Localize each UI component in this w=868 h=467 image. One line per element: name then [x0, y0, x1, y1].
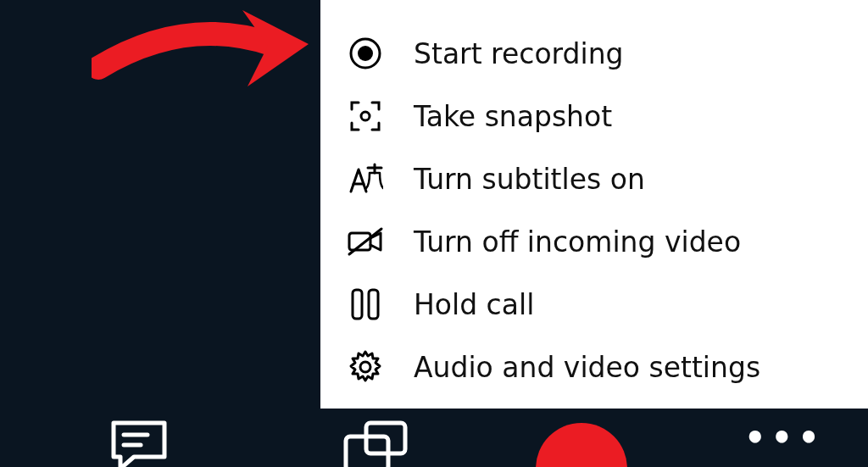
menu-item-turn-off-incoming-video[interactable]: Turn off incoming video [320, 210, 868, 273]
menu-item-turn-subtitles-on[interactable]: Turn subtitles on [320, 147, 868, 210]
menu-item-take-snapshot[interactable]: Take snapshot [320, 85, 868, 147]
menu-item-label: Start recording [414, 37, 624, 70]
call-options-menu: Start recording Take snapshot Turn subti… [320, 0, 868, 409]
menu-item-label: Turn off incoming video [414, 225, 741, 259]
chat-button[interactable] [108, 418, 170, 467]
menu-item-label: Turn subtitles on [414, 163, 645, 196]
menu-item-label: Take snapshot [414, 100, 612, 133]
end-call-button[interactable] [536, 423, 627, 467]
subtitles-icon [346, 159, 385, 198]
menu-item-hold-call[interactable]: Hold call [320, 273, 868, 336]
annotation-arrow-icon [92, 2, 312, 103]
more-options-button[interactable]: ••• [744, 418, 825, 457]
share-screen-button[interactable] [342, 420, 409, 467]
svg-rect-6 [369, 290, 378, 319]
menu-item-label: Audio and video settings [414, 351, 760, 384]
menu-item-start-recording[interactable]: Start recording [320, 22, 868, 85]
snapshot-icon [346, 97, 385, 136]
svg-rect-5 [353, 290, 362, 319]
hold-icon [346, 285, 385, 324]
svg-point-7 [360, 362, 370, 372]
call-bar: ••• [0, 421, 868, 467]
gear-icon [346, 347, 385, 386]
svg-point-1 [358, 46, 373, 61]
video-off-icon [346, 222, 385, 261]
menu-item-audio-video-settings[interactable]: Audio and video settings [320, 336, 868, 398]
record-icon [346, 34, 385, 73]
menu-item-label: Hold call [414, 288, 534, 321]
svg-point-2 [361, 112, 370, 120]
